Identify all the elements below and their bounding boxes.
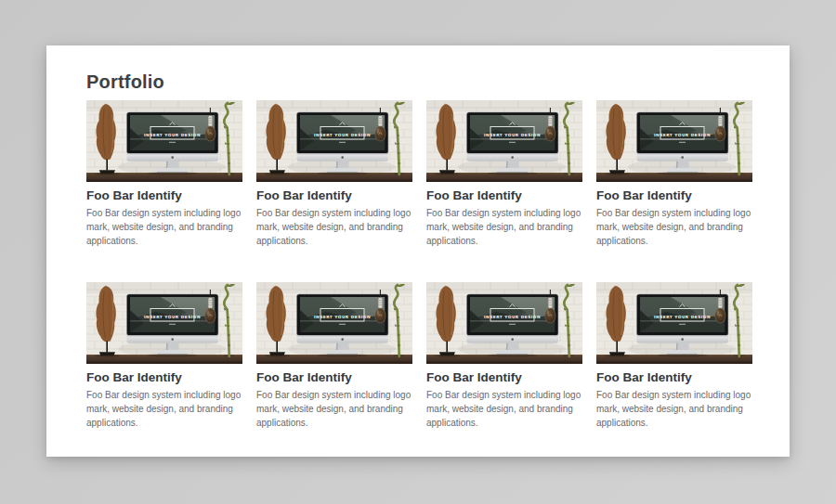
portfolio-item-title: Foo Bar Identify <box>256 188 412 202</box>
portfolio-thumbnail[interactable] <box>86 282 242 364</box>
portfolio-thumbnail[interactable] <box>256 100 412 182</box>
imac-mockup-image <box>256 282 412 364</box>
portfolio-item-description: Foo Bar design system including logo mar… <box>256 206 412 248</box>
portfolio-item-title: Foo Bar Identify <box>426 188 582 202</box>
portfolio-thumbnail[interactable] <box>596 100 752 182</box>
imac-mockup-image <box>596 100 752 182</box>
portfolio-item[interactable]: Foo Bar Identify Foo Bar design system i… <box>256 100 412 248</box>
portfolio-card: Portfolio Foo Bar Identify Foo Bar desig… <box>46 45 790 457</box>
portfolio-item-description: Foo Bar design system including logo mar… <box>86 206 242 248</box>
portfolio-item-description: Foo Bar design system including logo mar… <box>426 206 582 248</box>
portfolio-item[interactable]: Foo Bar Identify Foo Bar design system i… <box>596 100 752 248</box>
portfolio-item-title: Foo Bar Identify <box>596 188 752 202</box>
imac-mockup-image <box>86 282 242 364</box>
portfolio-item-title: Foo Bar Identify <box>86 188 242 202</box>
page-title: Portfolio <box>86 70 753 94</box>
portfolio-item-description: Foo Bar design system including logo mar… <box>256 388 412 430</box>
imac-mockup-image <box>256 100 412 182</box>
portfolio-item[interactable]: Foo Bar Identify Foo Bar design system i… <box>86 100 242 248</box>
portfolio-item-description: Foo Bar design system including logo mar… <box>86 388 242 430</box>
portfolio-item-title: Foo Bar Identify <box>596 370 752 384</box>
page-background: { "colors": { "page_background": "#cbcbc… <box>0 0 836 504</box>
portfolio-thumbnail[interactable] <box>426 100 582 182</box>
portfolio-item-description: Foo Bar design system including logo mar… <box>596 206 752 248</box>
portfolio-thumbnail[interactable] <box>596 282 752 364</box>
portfolio-thumbnail[interactable] <box>426 282 582 364</box>
portfolio-item-title: Foo Bar Identify <box>256 370 412 384</box>
portfolio-item[interactable]: Foo Bar Identify Foo Bar design system i… <box>86 282 242 430</box>
imac-mockup-image <box>596 282 752 364</box>
portfolio-item[interactable]: Foo Bar Identify Foo Bar design system i… <box>596 282 752 430</box>
imac-mockup-image <box>426 100 582 182</box>
portfolio-grid: Foo Bar Identify Foo Bar design system i… <box>86 100 753 430</box>
portfolio-item[interactable]: Foo Bar Identify Foo Bar design system i… <box>256 282 412 430</box>
portfolio-item[interactable]: Foo Bar Identify Foo Bar design system i… <box>426 100 582 248</box>
portfolio-item-description: Foo Bar design system including logo mar… <box>426 388 582 430</box>
portfolio-thumbnail[interactable] <box>86 100 242 182</box>
imac-mockup-image <box>86 100 242 182</box>
portfolio-item[interactable]: Foo Bar Identify Foo Bar design system i… <box>426 282 582 430</box>
portfolio-thumbnail[interactable] <box>256 282 412 364</box>
imac-mockup-image <box>426 282 582 364</box>
portfolio-item-description: Foo Bar design system including logo mar… <box>596 388 752 430</box>
portfolio-item-title: Foo Bar Identify <box>426 370 582 384</box>
portfolio-item-title: Foo Bar Identify <box>86 370 242 384</box>
